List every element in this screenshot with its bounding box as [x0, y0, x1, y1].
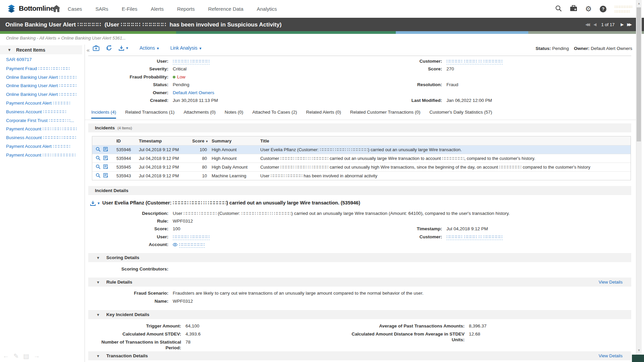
recent-items-header[interactable]: ▼ Recent Items: [0, 45, 82, 54]
incident-account-link-redacted[interactable]: ∷∷∷∷∷∷∷∷: [179, 242, 205, 248]
incident-menu-icon[interactable]: [103, 156, 108, 162]
user-role-redacted: ∷∷∷∷∷∷: [614, 9, 633, 14]
recent-item[interactable]: Payment Fraud ∷∷∷∷ ∷∷∷ ∷∷∷: [6, 66, 82, 74]
field-status: Status: Pending: [88, 82, 190, 87]
customer-link-redacted[interactable]: ∷∷∷∷∷ ∷∷∷∷ ∷ ∷∷∷∷∷∷: [446, 58, 503, 64]
tab-incidents[interactable]: Incidents (4): [91, 110, 116, 119]
logged-in-user[interactable]: ∷∷∷∷∷∷∷ ∷∷∷∷∷∷: [614, 4, 633, 14]
preview-magnifier-icon[interactable]: [96, 156, 101, 162]
nav-reference-data[interactable]: Reference Data: [208, 6, 243, 12]
nav-reports[interactable]: Reports: [177, 6, 195, 12]
settings-gear-icon[interactable]: ⚙: [585, 6, 592, 12]
incident-customer-link-redacted[interactable]: ∷∷∷∷∷ ∷∷∷∷ ∷ ∷∷∷∷∷∷: [446, 234, 503, 240]
incident-menu-icon[interactable]: [103, 173, 108, 179]
section-collapse-icon[interactable]: ▼: [96, 280, 100, 284]
preview-magnifier-icon[interactable]: [96, 164, 101, 170]
table-row[interactable]: 535946 Jul 04,2018 9:12 PM 100 High Amou…: [92, 145, 631, 154]
recent-item[interactable]: Payment Account Alert ∷∷∷∷∷∷: [6, 143, 82, 152]
col-timestamp[interactable]: Timestamp: [136, 138, 192, 143]
field-scoring-contributors: Scoring Contributors:: [88, 266, 173, 272]
new-case-icon[interactable]: [570, 5, 577, 13]
transaction-view-details-link[interactable]: View Details: [599, 353, 623, 358]
scroll-up-icon[interactable]: ▲: [637, 2, 641, 5]
tab-attached-to-cases[interactable]: Attached To Cases (2): [252, 110, 297, 119]
incident-menu-icon[interactable]: [103, 164, 108, 170]
tab-notes[interactable]: Notes (0): [225, 110, 244, 119]
stdev-distance-label: Calculated Amount Distance from Average …: [349, 331, 465, 343]
col-id[interactable]: ID: [114, 138, 136, 143]
alert-title-prefix: Online Banking User Alert: [5, 21, 76, 28]
recent-item[interactable]: Payment Account ∷∷∷ ∷∷∷ ∷∷∷∷∷: [6, 126, 82, 135]
nav-cases[interactable]: Cases: [68, 6, 82, 12]
rule-name-label: Name:: [88, 298, 168, 304]
table-row[interactable]: 535944 Jul 04,2018 9:12 PM 80 High Amoun…: [92, 154, 631, 163]
nav-efiles[interactable]: E-Files: [122, 6, 138, 12]
recent-item[interactable]: Corporate First Trust ∷∷∷∷∷∷ ∷...: [6, 118, 82, 126]
brand-logo[interactable]: Bottomline: [7, 4, 54, 13]
tab-customers-daily-statistics[interactable]: Customer's Daily Statistics (57): [429, 110, 492, 119]
tab-attachments[interactable]: Attachments (0): [183, 110, 215, 119]
col-title[interactable]: Title: [257, 138, 631, 143]
forward-arrow-icon[interactable]: →: [34, 352, 40, 360]
preview-magnifier-icon[interactable]: [96, 173, 101, 179]
recent-item[interactable]: Payment Account ∷∷∷ ∷∷∷∷∷∷∷∷: [6, 152, 82, 161]
fraud-probability-value: Low: [177, 74, 185, 79]
recent-item[interactable]: Online Banking User Alert ∷∷∷∷∷∷: [6, 92, 82, 100]
recent-item[interactable]: Online Banking User Alert ∷∷∷∷∷∷: [6, 83, 82, 92]
reassign-refresh-icon[interactable]: [106, 45, 112, 51]
section-collapse-icon[interactable]: ▼: [96, 354, 100, 358]
home-icon[interactable]: [52, 5, 61, 14]
table-row[interactable]: 535945 Jul 04,2018 9:12 PM 80 High Daily…: [92, 163, 631, 171]
attach-to-case-icon[interactable]: [93, 45, 100, 51]
search-icon[interactable]: [555, 5, 562, 13]
help-icon[interactable]: ?: [600, 6, 606, 12]
severity-label: Severity:: [88, 66, 168, 72]
nav-analytics[interactable]: Analytics: [257, 6, 277, 12]
collapse-caret-icon[interactable]: ▼: [7, 48, 11, 52]
nav-sars[interactable]: SARs: [96, 6, 108, 12]
notes-icon[interactable]: ▤: [23, 352, 29, 360]
back-arrow-icon[interactable]: ←: [3, 352, 9, 360]
tab-related-alerts[interactable]: Related Alerts (0): [306, 110, 341, 119]
rule-view-details-link[interactable]: View Details: [599, 280, 623, 285]
recent-item[interactable]: Business Account ∷∷∷∷∷∷ ∷∷∷∷∷: [6, 135, 82, 143]
breadcrumb[interactable]: Online Banking - All Alerts » Online Ban…: [6, 36, 126, 41]
pager-next-icon[interactable]: ▶: [621, 22, 622, 27]
incident-user-link-redacted[interactable]: ∷∷∷∷∷ ∷∷∷∷∷∷: [173, 234, 210, 240]
pager-prev-icon[interactable]: ◀: [593, 22, 595, 27]
col-summary[interactable]: Summary: [209, 138, 257, 143]
incidents-title: Incidents: [95, 125, 115, 130]
section-collapse-icon[interactable]: ▼: [96, 313, 100, 317]
edit-pencil-icon[interactable]: ✎: [13, 352, 19, 360]
download-icon[interactable]: ▼: [118, 45, 129, 51]
eye-icon[interactable]: [173, 242, 177, 248]
recent-item[interactable]: Online Banking User Alert ∷∷∷∷∷∷: [6, 74, 82, 83]
incident-menu-icon[interactable]: [103, 147, 108, 153]
tab-related-customer-transactions[interactable]: Related Customer Transactions (0): [350, 110, 420, 119]
incident-timestamp-label: Timestamp:: [362, 226, 442, 232]
owner-label: Owner:: [574, 46, 590, 51]
actions-dropdown[interactable]: Actions ▼: [140, 45, 160, 51]
scroll-down-icon[interactable]: ▼: [637, 349, 641, 352]
collapse-panel-icon[interactable]: «: [87, 47, 90, 54]
recent-item[interactable]: Payment Account Alert ∷∷∷∷∷∷: [6, 100, 82, 109]
preview-magnifier-icon[interactable]: [96, 147, 101, 153]
owner-link[interactable]: Default Alert Owners: [173, 90, 214, 96]
link-analysis-dropdown[interactable]: Link Analysis ▼: [170, 45, 202, 51]
table-row[interactable]: 535943 Jul 04,2018 9:12 PM 10 Machine Le…: [92, 171, 631, 180]
rule-details-title: Rule Details: [106, 280, 132, 285]
col-score[interactable]: Score▼: [192, 138, 209, 143]
scrollbar-thumb[interactable]: [637, 7, 641, 141]
nav-alerts[interactable]: Alerts: [151, 6, 164, 12]
recent-item[interactable]: Business Account ∷∷∷∷∷∷∷∷: [6, 109, 82, 118]
section-collapse-icon[interactable]: ▼: [96, 256, 100, 260]
cell-summary: High Daily Amount: [209, 165, 257, 170]
tab-related-transactions[interactable]: Related Transactions (1): [125, 110, 174, 119]
recent-item[interactable]: SAR 609717: [6, 57, 82, 66]
pager-last-icon[interactable]: ▶▶: [627, 22, 631, 27]
pager-first-icon[interactable]: ◀◀: [585, 22, 589, 27]
incident-download-icon[interactable]: ▼: [90, 200, 100, 206]
severity-value: Critical: [173, 66, 186, 72]
field-incident-timestamp: Timestamp: Jul 04,2018 9:12 PM: [362, 226, 488, 232]
user-link-redacted[interactable]: ∷∷∷∷∷ ∷∷∷∷∷∷: [173, 58, 210, 64]
